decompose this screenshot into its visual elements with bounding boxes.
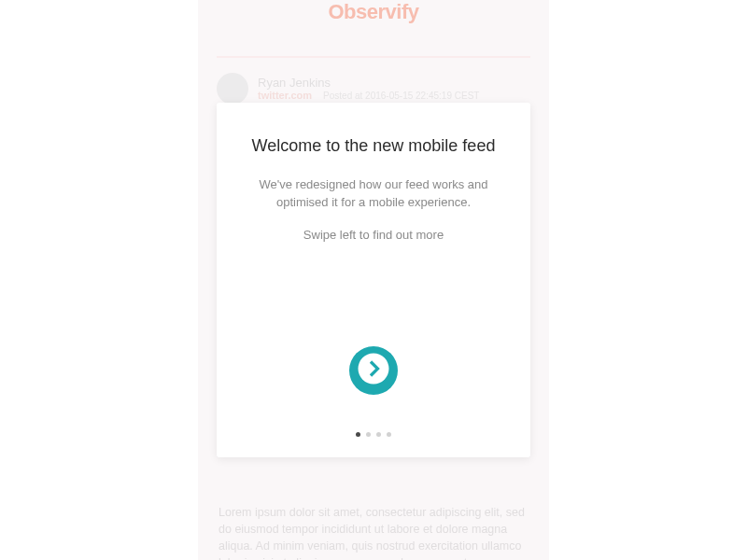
onboarding-paragraph-1: We've redesigned how our feed works and … xyxy=(243,176,504,212)
modal-overlay[interactable]: Welcome to the new mobile feed We've red… xyxy=(198,0,549,560)
pagination-dot[interactable] xyxy=(356,432,360,437)
pagination-dots xyxy=(243,432,504,437)
pagination-dot[interactable] xyxy=(387,432,391,437)
onboarding-paragraph-2: Swipe left to find out more xyxy=(243,227,504,245)
pagination-dot[interactable] xyxy=(376,432,381,437)
app-viewport: Observify Ryan Jenkins twitter.com Poste… xyxy=(198,0,549,560)
chevron-right-icon xyxy=(357,352,390,389)
onboarding-title: Welcome to the new mobile feed xyxy=(243,136,504,156)
pagination-dot[interactable] xyxy=(366,432,371,437)
onboarding-modal: Welcome to the new mobile feed We've red… xyxy=(217,103,530,457)
next-button[interactable] xyxy=(349,346,398,395)
